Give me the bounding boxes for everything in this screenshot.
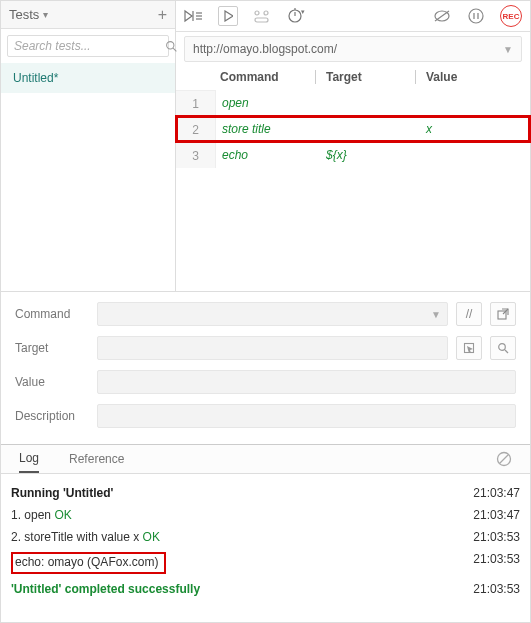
- log-text: Running 'Untitled': [11, 486, 113, 500]
- tests-panel: Tests ▾ + Untitled*: [1, 1, 176, 291]
- toolbar: ▾ REC: [176, 1, 530, 32]
- run-button[interactable]: [218, 6, 238, 26]
- row-number: 2: [176, 116, 216, 142]
- log-text: echo: omayo (QAFox.com): [11, 552, 166, 574]
- svg-line-25: [505, 350, 508, 353]
- tests-list: Untitled*: [1, 63, 175, 93]
- cell-command: store title: [216, 122, 316, 136]
- run-all-button[interactable]: [184, 6, 204, 26]
- header-value: Value: [416, 70, 530, 84]
- cell-command: echo: [216, 148, 316, 162]
- target-input[interactable]: [97, 336, 448, 360]
- editor-panel: ▾ REC http://omayo.blogspot.com/ ▼: [176, 1, 530, 291]
- form-row-target: Target: [15, 336, 516, 360]
- toolbar-left: ▾: [184, 6, 306, 26]
- bottom-tabs: Log Reference: [1, 444, 530, 474]
- form-row-command: Command ▼ //: [15, 302, 516, 326]
- svg-rect-10: [255, 18, 268, 22]
- toggle-comment-button[interactable]: //: [456, 302, 482, 326]
- log-text: 2. storeTitle with value x OK: [11, 530, 160, 544]
- base-url-input[interactable]: http://omayo.blogspot.com/ ▼: [184, 36, 522, 62]
- table-row[interactable]: 2store titlex: [176, 116, 530, 142]
- cell-value: x: [416, 122, 530, 136]
- log-text: 1. open OK: [11, 508, 72, 522]
- open-reference-button[interactable]: [490, 302, 516, 326]
- log-time: 21:03:47: [473, 486, 520, 500]
- pause-button[interactable]: [466, 6, 486, 26]
- url-row: http://omayo.blogspot.com/ ▼: [176, 32, 530, 66]
- description-input[interactable]: [97, 404, 516, 428]
- tests-panel-title[interactable]: Tests ▾: [9, 7, 48, 22]
- header-target: Target: [316, 70, 416, 84]
- chevron-down-icon: ▾: [43, 9, 48, 20]
- toolbar-right: REC: [432, 5, 522, 27]
- find-target-button[interactable]: [490, 336, 516, 360]
- command-form: Command ▼ // Target Value Description: [1, 291, 530, 444]
- log-time: 21:03:53: [473, 582, 520, 596]
- value-label: Value: [15, 375, 89, 389]
- app-root: Tests ▾ + Untitled*: [0, 0, 531, 623]
- add-test-button[interactable]: +: [158, 9, 167, 21]
- svg-marker-2: [185, 11, 192, 21]
- command-table-header: Command Target Value: [176, 66, 530, 90]
- cell-target: ${x}: [316, 148, 416, 162]
- header-command: Command: [216, 70, 316, 84]
- disable-breakpoints-button[interactable]: [432, 6, 452, 26]
- select-target-button[interactable]: [456, 336, 482, 360]
- log-time: 21:03:53: [473, 552, 520, 574]
- clear-log-button[interactable]: [496, 451, 512, 467]
- log-time: 21:03:47: [473, 508, 520, 522]
- svg-text:▾: ▾: [301, 8, 305, 15]
- tests-panel-header: Tests ▾ +: [1, 1, 175, 29]
- row-number: 3: [176, 142, 216, 168]
- form-row-value: Value: [15, 370, 516, 394]
- svg-point-9: [264, 11, 268, 15]
- row-number: 1: [176, 90, 216, 116]
- speed-button[interactable]: ▾: [286, 6, 306, 26]
- svg-point-17: [469, 9, 483, 23]
- tab-log[interactable]: Log: [19, 445, 39, 473]
- description-label: Description: [15, 409, 89, 423]
- record-button[interactable]: REC: [500, 5, 522, 27]
- log-row: echo: omayo (QAFox.com)21:03:53: [11, 548, 520, 578]
- top-area: Tests ▾ + Untitled*: [1, 1, 530, 291]
- svg-marker-7: [225, 11, 233, 21]
- tests-search[interactable]: [7, 35, 169, 57]
- svg-point-8: [255, 11, 259, 15]
- log-panel: Running 'Untitled'21:03:471. open OK21:0…: [1, 474, 530, 608]
- svg-point-24: [499, 344, 506, 351]
- log-time: 21:03:53: [473, 530, 520, 544]
- table-row[interactable]: 1open: [176, 90, 530, 116]
- target-label: Target: [15, 341, 89, 355]
- base-url-text: http://omayo.blogspot.com/: [193, 42, 337, 56]
- log-text: 'Untitled' completed successfully: [11, 582, 200, 596]
- tests-label: Tests: [9, 7, 39, 22]
- svg-point-0: [167, 41, 174, 48]
- search-input[interactable]: [14, 39, 165, 53]
- log-row: Running 'Untitled'21:03:47: [11, 482, 520, 504]
- form-row-description: Description: [15, 404, 516, 428]
- log-row: 1. open OK21:03:47: [11, 504, 520, 526]
- value-input[interactable]: [97, 370, 516, 394]
- command-input[interactable]: ▼: [97, 302, 448, 326]
- table-row[interactable]: 3echo${x}: [176, 142, 530, 168]
- tab-reference[interactable]: Reference: [69, 445, 124, 473]
- log-row: 'Untitled' completed successfully21:03:5…: [11, 578, 520, 600]
- svg-line-27: [500, 455, 509, 464]
- command-table-body: 1open2store titlex3echo${x}: [176, 90, 530, 168]
- chevron-down-icon: ▼: [503, 44, 513, 55]
- step-button[interactable]: [252, 6, 272, 26]
- cell-command: open: [216, 96, 316, 110]
- test-item[interactable]: Untitled*: [1, 63, 175, 93]
- log-row: 2. storeTitle with value x OK21:03:53: [11, 526, 520, 548]
- command-label: Command: [15, 307, 89, 321]
